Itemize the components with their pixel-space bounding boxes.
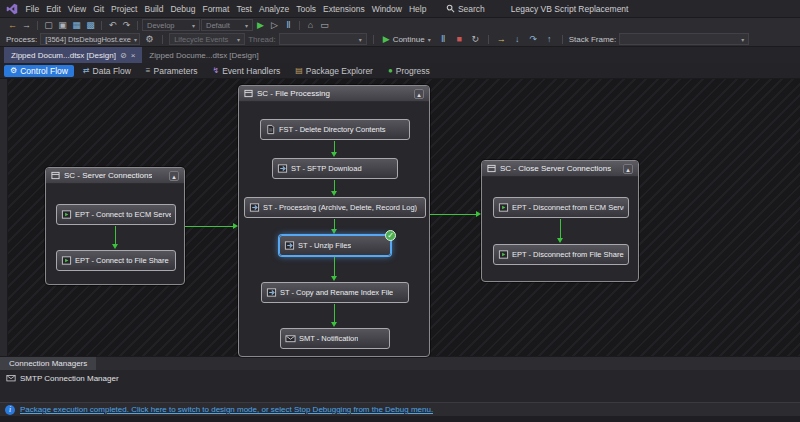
thread-dropdown[interactable]: ▾ [279, 33, 367, 45]
tab-control-flow[interactable]: ⚙ Control Flow [4, 65, 74, 77]
data-flow-icon: ⇄ [83, 66, 90, 75]
open-file-icon[interactable]: ▣ [56, 19, 69, 32]
menu-extensions[interactable]: Extensions [320, 4, 369, 14]
sequence-container-title: SC - Server Connections [64, 171, 152, 180]
collapse-chevron-icon[interactable]: ▴ [169, 171, 179, 181]
toolbar-separator [162, 35, 163, 44]
precedence-constraint-arrow[interactable] [185, 222, 238, 231]
comment-icon[interactable]: ▭ [318, 19, 331, 32]
tab-label: Data Flow [93, 66, 131, 76]
execute-process-task-icon [61, 209, 72, 220]
sequence-container-header[interactable]: SC - File Processing ▴ [239, 86, 429, 102]
find-icon[interactable]: ⌂ [304, 19, 317, 32]
navigate-back-icon[interactable]: ← [6, 19, 19, 32]
step-out-icon[interactable]: ↑ [543, 33, 556, 46]
process-settings-icon[interactable]: ⚙ [143, 33, 156, 46]
menu-tools[interactable]: Tools [293, 4, 320, 14]
stack-frame-dropdown[interactable]: ▾ [619, 33, 749, 45]
execute-process-task-icon [498, 249, 509, 260]
break-all-icon[interactable]: Ⅱ [282, 19, 295, 32]
show-next-statement-icon[interactable]: → [495, 33, 508, 46]
tab-event-handlers[interactable]: ↯ Event Handlers [206, 65, 286, 77]
stop-debugging-icon[interactable]: ■ [453, 33, 466, 46]
tab-package-explorer[interactable]: ▤ Package Explorer [289, 65, 379, 77]
tab-progress[interactable]: ● Progress [382, 65, 436, 77]
menu-project[interactable]: Project [108, 4, 141, 14]
task-ept-disconnect-from-ecm-server[interactable]: EPT - Disconnect from ECM Server [493, 197, 629, 218]
task-st-copy-and-rename-index-file[interactable]: ST - Copy and Rename Index File [261, 282, 409, 303]
configuration-value: Develop [147, 21, 175, 30]
menu-edit[interactable]: Edit [43, 4, 65, 14]
save-all-icon[interactable]: ▩ [84, 19, 97, 32]
visual-studio-logo-icon [6, 3, 18, 15]
menu-format[interactable]: Format [199, 4, 233, 14]
menu-view[interactable]: View [64, 4, 89, 14]
menu-analyze[interactable]: Analyze [255, 4, 292, 14]
menu-build[interactable]: Build [141, 4, 167, 14]
collapse-chevron-icon[interactable]: ▴ [623, 164, 633, 174]
task-label: ST - SFTP Download [291, 164, 362, 173]
break-all-icon[interactable]: Ⅱ [437, 33, 450, 46]
save-icon[interactable]: ▦ [70, 19, 83, 32]
chevron-down-icon: ▾ [359, 36, 362, 43]
precedence-constraint-arrow[interactable] [330, 141, 339, 157]
undo-icon[interactable]: ↶ [106, 19, 119, 32]
sequence-container-header[interactable]: SC - Server Connections ▴ [46, 168, 184, 184]
precedence-constraint-arrow[interactable] [330, 219, 339, 234]
connection-managers-panel[interactable]: SMTP Connection Manager [0, 370, 800, 402]
task-ept-connect-to-file-share[interactable]: EPT - Connect to File Share [56, 250, 176, 271]
restart-icon[interactable]: ↻ [469, 33, 482, 46]
tab-data-flow[interactable]: ⇄ Data Flow [77, 65, 137, 77]
toolbar-separator [137, 21, 138, 30]
sequence-container-server-connections[interactable]: SC - Server Connections ▴ EPT - Connect … [45, 167, 185, 285]
connection-manager-smtp[interactable]: SMTP Connection Manager [0, 372, 800, 384]
sequence-container-close-server-connections[interactable]: SC - Close Server Connections ▴ EPT - Di… [481, 160, 639, 282]
menu-file[interactable]: File [22, 4, 43, 14]
precedence-constraint-arrow[interactable] [330, 304, 339, 327]
close-tab-icon[interactable]: × [131, 51, 136, 60]
start-debugging-icon[interactable]: ▶ [254, 19, 267, 32]
send-mail-task-icon [285, 333, 296, 344]
continue-button[interactable]: ▶ Continue ▾ [380, 34, 434, 44]
task-st-sftp-download[interactable]: ST - SFTP Download [272, 158, 398, 179]
navigate-forward-icon[interactable]: → [20, 19, 33, 32]
task-st-unzip-files[interactable]: ST - Unzip Files ✓ [279, 235, 391, 256]
precedence-constraint-arrow[interactable] [330, 257, 339, 281]
sequence-container-file-processing[interactable]: SC - File Processing ▴ FST - Delete Dire… [238, 85, 430, 357]
collapse-chevron-icon[interactable]: ▴ [414, 89, 424, 99]
new-file-icon[interactable]: ▢ [42, 19, 55, 32]
menu-test[interactable]: Test [233, 4, 256, 14]
step-over-icon[interactable]: ↷ [527, 33, 540, 46]
sequence-container-header[interactable]: SC - Close Server Connections ▴ [482, 161, 638, 177]
solution-configuration-dropdown[interactable]: Develop▾ [142, 19, 200, 31]
doc-tab-zipped-documents-inactive[interactable]: Zipped Docume...dtsx [Design] [142, 47, 265, 63]
precedence-constraint-arrow[interactable] [330, 180, 339, 196]
connection-managers-tab[interactable]: Connection Managers [0, 357, 96, 370]
menu-git[interactable]: Git [90, 4, 108, 14]
task-ept-connect-to-ecm-server[interactable]: EPT - Connect to ECM Server [56, 204, 176, 225]
process-dropdown[interactable]: [3564] DtsDebugHost.exe▾ [40, 33, 140, 45]
lifecycle-events-dropdown[interactable]: Lifecycle Events▾ [169, 33, 245, 45]
task-st-processing-archive-delete-record-log[interactable]: ST - Processing (Archive, Delete, Record… [244, 197, 426, 218]
task-smt-notification[interactable]: SMT - Notification [280, 328, 390, 349]
control-flow-design-surface[interactable]: SC - Server Connections ▴ EPT - Connect … [0, 79, 800, 356]
precedence-constraint-arrow[interactable] [430, 210, 481, 219]
tab-parameters[interactable]: ≡ Parameters [140, 65, 204, 77]
switch-to-design-mode-link[interactable]: Package execution completed. Click here … [20, 405, 433, 414]
task-ept-disconnect-from-file-share[interactable]: EPT - Disconnect from File Share [493, 244, 629, 265]
menu-help[interactable]: Help [405, 4, 429, 14]
keep-open-icon[interactable]: ⊘ [120, 51, 127, 60]
doc-tab-zipped-documents-active[interactable]: Zipped Docum...dtsx [Design] ⊘ × [4, 47, 142, 63]
task-label: ST - Processing (Archive, Delete, Record… [263, 203, 417, 212]
task-fst-delete-directory-contents[interactable]: FST - Delete Directory Contents [260, 119, 410, 140]
start-without-debugging-icon[interactable]: ▷ [268, 19, 281, 32]
solution-platform-dropdown[interactable]: Default▾ [201, 19, 253, 31]
menu-debug[interactable]: Debug [167, 4, 199, 14]
precedence-constraint-arrow[interactable] [556, 219, 565, 243]
step-into-icon[interactable]: ↓ [511, 33, 524, 46]
redo-icon[interactable]: ↷ [120, 19, 133, 32]
execute-process-task-icon [498, 202, 509, 213]
search-box[interactable]: Search [446, 4, 485, 14]
menu-window[interactable]: Window [368, 4, 405, 14]
precedence-constraint-arrow[interactable] [111, 226, 120, 249]
